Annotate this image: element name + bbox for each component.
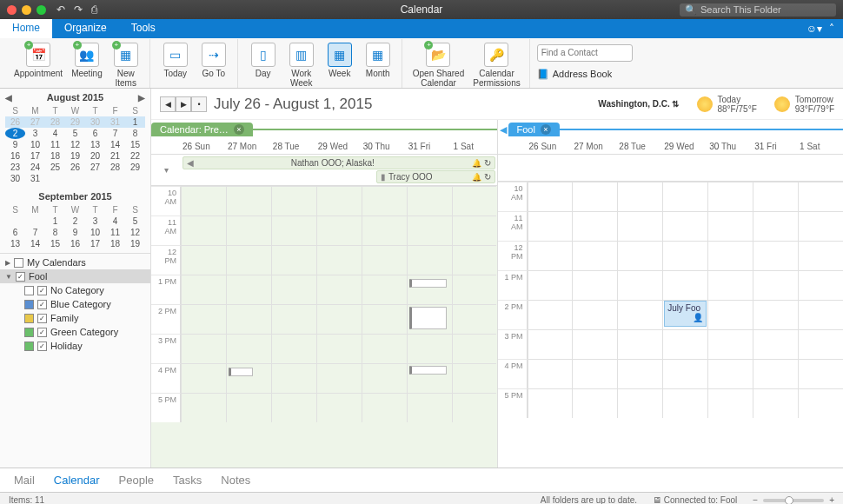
next-month-icon[interactable]: ▶ [138,93,145,103]
time-cell[interactable] [528,182,573,211]
time-cell[interactable] [407,393,452,422]
time-cell[interactable] [316,393,362,422]
minical-day[interactable]: 15 [45,238,65,249]
time-cell[interactable] [707,241,753,270]
minical-day[interactable]: 14 [105,139,125,150]
time-cell[interactable] [226,216,271,245]
allday-event[interactable]: ▮Tracy OOO🔔↻ [376,170,495,183]
close-icon[interactable] [7,5,17,15]
minical-day[interactable]: 28 [105,162,125,173]
time-cell[interactable] [617,182,662,211]
nav-mail[interactable]: Mail [14,474,35,487]
time-cell[interactable] [181,393,226,422]
time-cell[interactable] [452,304,497,334]
minical-day[interactable]: 15 [125,139,145,150]
month-view-button[interactable]: ▦Month [360,41,396,80]
nav-people[interactable]: People [119,474,154,487]
maximize-icon[interactable] [37,5,46,15]
time-cell[interactable] [572,182,617,211]
minical-day[interactable]: 9 [5,139,25,150]
time-cell[interactable] [181,363,226,393]
time-cell[interactable] [617,241,662,270]
redo-icon[interactable]: ↷ [74,3,83,16]
minical-day[interactable]: 12 [65,139,85,150]
today-button[interactable]: ▭Today [157,41,194,80]
time-cell[interactable] [753,211,798,241]
time-cell[interactable] [798,388,843,418]
time-cell[interactable] [753,241,798,270]
time-cell[interactable] [316,245,362,275]
search-box[interactable]: 🔍 [680,3,836,17]
minical-day[interactable]: 4 [105,216,125,227]
minical-day[interactable]: 2 [5,128,25,139]
workweek-view-button[interactable]: ▥Work Week [283,41,320,90]
minical-day[interactable]: 29 [65,116,85,128]
week-view-button[interactable]: ▦Week [322,41,358,80]
time-cell[interactable] [528,270,573,300]
time-cell[interactable] [316,363,362,393]
time-cell[interactable] [617,270,662,300]
day-header[interactable]: 27 Mon [226,139,271,154]
appointment-button[interactable]: +📅Appointment [10,41,66,80]
nav-calendar[interactable]: Calendar [54,474,100,487]
fool-calendar-row[interactable]: ▼Fool [0,269,150,283]
day-header[interactable]: 28 Tue [617,139,662,154]
minical-day[interactable] [65,173,85,184]
minical-day[interactable]: 7 [25,227,45,238]
undo-icon[interactable]: ↶ [56,3,65,16]
minical-day[interactable]: 31 [25,173,45,184]
category-row[interactable]: Family [0,311,150,325]
print-icon[interactable]: ⎙ [91,3,97,16]
time-cell[interactable] [572,241,617,270]
time-cell[interactable] [617,359,662,388]
minimize-icon[interactable] [22,5,31,15]
close-icon[interactable]: × [234,124,244,135]
permissions-button[interactable]: 🔑Calendar Permissions [469,41,523,90]
time-cell[interactable] [226,304,271,334]
prev-panel-icon[interactable]: ◀ [500,124,507,136]
minical-day[interactable]: 26 [5,116,25,128]
minical-day[interactable] [125,173,145,184]
time-cell[interactable] [271,304,316,334]
minical-day[interactable]: 25 [45,162,65,173]
minical-day[interactable]: 1 [125,116,145,128]
time-cell[interactable] [528,211,573,241]
nav-notes[interactable]: Notes [221,474,250,487]
time-cell[interactable] [528,388,573,418]
time-cell[interactable] [798,300,843,329]
time-cell[interactable] [362,245,407,275]
minical-day[interactable]: 5 [125,216,145,227]
time-cell[interactable] [662,388,707,418]
minical-day[interactable] [105,173,125,184]
tab-home[interactable]: Home [0,19,52,38]
collapse-ribbon-icon[interactable]: ˄ [829,23,834,35]
time-cell[interactable] [362,304,407,334]
minical-day[interactable]: 6 [85,128,105,139]
minical-day[interactable]: 19 [125,238,145,249]
time-cell[interactable] [753,300,798,329]
time-cell[interactable] [452,216,497,245]
day-header[interactable]: 29 Wed [316,139,362,154]
time-cell[interactable] [452,275,497,304]
category-row[interactable]: No Category [0,283,150,297]
time-cell[interactable] [572,270,617,300]
time-cell[interactable] [707,182,753,211]
time-cell[interactable] [528,359,573,388]
minical-day[interactable]: 4 [45,128,65,139]
time-cell[interactable] [407,304,452,334]
time-cell[interactable] [572,359,617,388]
address-book-button[interactable]: 📘Address Book [537,69,612,80]
time-cell[interactable] [226,245,271,275]
time-cell[interactable] [452,363,497,393]
time-cell[interactable] [528,300,573,329]
nav-tasks[interactable]: Tasks [173,474,202,487]
minical-day[interactable]: 23 [5,162,25,173]
minical-day[interactable]: 3 [25,128,45,139]
time-cell[interactable] [617,211,662,241]
minical-day[interactable]: 13 [85,139,105,150]
minical-day[interactable] [25,216,45,227]
time-cell[interactable] [316,275,362,304]
minical-day[interactable]: 27 [85,162,105,173]
time-cell[interactable] [572,211,617,241]
time-cell[interactable] [181,245,226,275]
